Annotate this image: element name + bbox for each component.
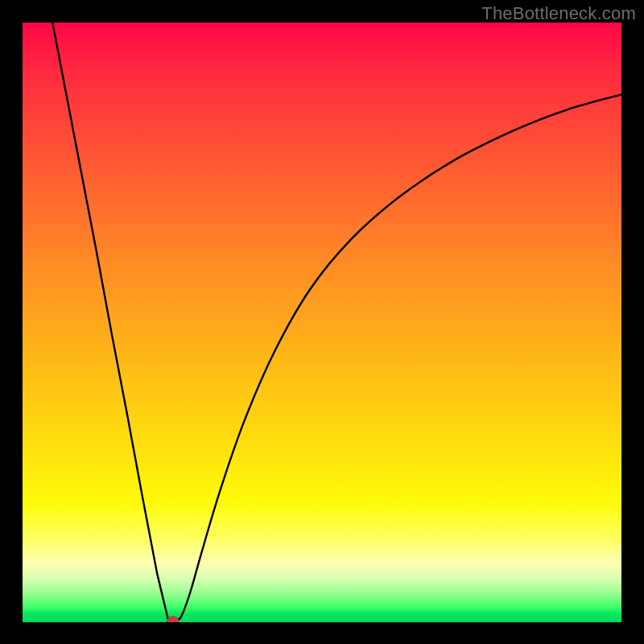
bottleneck-curve (23, 23, 621, 622)
minimum-marker-dot (167, 616, 179, 622)
chart-frame: TheBottleneck.com (0, 0, 644, 644)
attribution-text: TheBottleneck.com (481, 3, 636, 24)
plot-area (23, 23, 621, 622)
